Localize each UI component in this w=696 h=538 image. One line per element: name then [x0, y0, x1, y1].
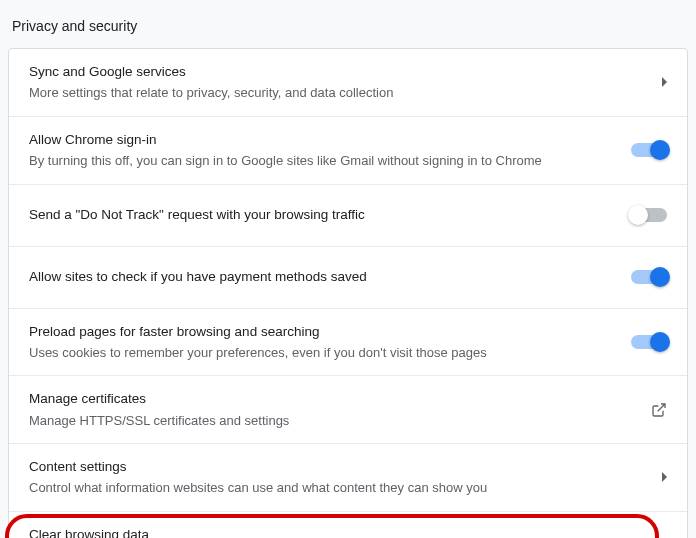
row-title: Allow Chrome sign-in: [29, 131, 615, 149]
row-subtitle: More settings that relate to privacy, se…: [29, 84, 646, 102]
row-subtitle: Uses cookies to remember your preference…: [29, 344, 615, 362]
row-subtitle: By turning this off, you can sign in to …: [29, 152, 615, 170]
row-title: Clear browsing data: [29, 526, 646, 538]
row-text: Allow sites to check if you have payment…: [29, 268, 615, 286]
chevron-right-icon: [662, 77, 667, 87]
row-preload-pages: Preload pages for faster browsing and se…: [9, 309, 687, 377]
row-subtitle: Control what information websites can us…: [29, 479, 646, 497]
row-clear-browsing-data[interactable]: Clear browsing data Clear history, cooki…: [9, 512, 687, 538]
section-title: Privacy and security: [0, 0, 696, 48]
row-sync-google-services[interactable]: Sync and Google services More settings t…: [9, 49, 687, 117]
row-title: Content settings: [29, 458, 646, 476]
row-manage-certificates[interactable]: Manage certificates Manage HTTPS/SSL cer…: [9, 376, 687, 444]
toggle-payment-methods[interactable]: [631, 270, 667, 284]
row-subtitle: Manage HTTPS/SSL certificates and settin…: [29, 412, 635, 430]
svg-line-0: [658, 404, 665, 411]
row-text: Clear browsing data Clear history, cooki…: [29, 526, 646, 538]
toggle-preload-pages[interactable]: [631, 335, 667, 349]
row-payment-methods-check: Allow sites to check if you have payment…: [9, 247, 687, 309]
row-title: Send a "Do Not Track" request with your …: [29, 206, 615, 224]
row-text: Manage certificates Manage HTTPS/SSL cer…: [29, 390, 635, 429]
row-content-settings[interactable]: Content settings Control what informatio…: [9, 444, 687, 512]
external-link-icon: [651, 402, 667, 418]
row-title: Allow sites to check if you have payment…: [29, 268, 615, 286]
toggle-allow-chrome-sign-in[interactable]: [631, 143, 667, 157]
row-text: Content settings Control what informatio…: [29, 458, 646, 497]
row-title: Manage certificates: [29, 390, 635, 408]
row-text: Preload pages for faster browsing and se…: [29, 323, 615, 362]
row-do-not-track: Send a "Do Not Track" request with your …: [9, 185, 687, 247]
row-allow-chrome-sign-in: Allow Chrome sign-in By turning this off…: [9, 117, 687, 185]
settings-card: Sync and Google services More settings t…: [8, 48, 688, 538]
row-text: Sync and Google services More settings t…: [29, 63, 646, 102]
row-title: Preload pages for faster browsing and se…: [29, 323, 615, 341]
chevron-right-icon: [662, 472, 667, 482]
toggle-do-not-track[interactable]: [631, 208, 667, 222]
row-text: Send a "Do Not Track" request with your …: [29, 206, 615, 224]
row-text: Allow Chrome sign-in By turning this off…: [29, 131, 615, 170]
row-title: Sync and Google services: [29, 63, 646, 81]
